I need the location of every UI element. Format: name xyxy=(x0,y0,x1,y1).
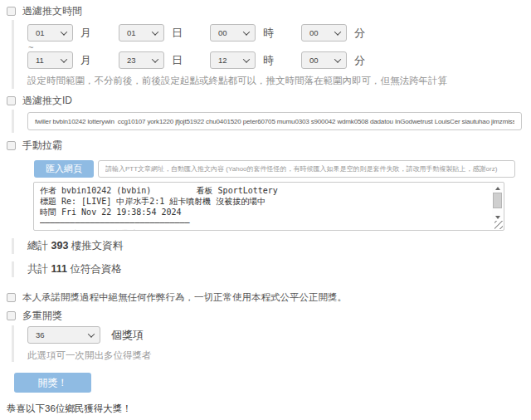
chevron-down-icon xyxy=(61,28,67,35)
manual-slot-row: 手動拉霸 xyxy=(7,139,531,153)
chevron-down-icon xyxy=(152,56,158,62)
month-unit-label: 月 xyxy=(80,26,91,41)
month-unit-label: 月 xyxy=(80,53,91,68)
prize-count-select[interactable]: 36 xyxy=(27,326,100,344)
to-minute-value: 00 xyxy=(309,56,319,65)
result-heading: 恭喜以下36位鄉民獲得大獎！ xyxy=(7,403,531,415)
range-separator: ~ xyxy=(28,43,531,51)
pledge-label: 本人承諾開獎過程中絕無任何作弊行為，一切正常使用本程式公平公正開獎。 xyxy=(22,291,347,304)
time-filter-row: 過濾推文時間 xyxy=(7,4,531,18)
chevron-down-icon xyxy=(334,56,341,62)
post-clipped-line: ※ 發信站: 批踢踢實業坊(ptt.cc) xyxy=(40,228,487,231)
post-header-author: 作者 bvbin10242 (bvbin) 看板 SportLottery xyxy=(40,185,487,196)
day-unit-label: 日 xyxy=(172,26,183,41)
qualified-stat: 共計 111 位符合資格 xyxy=(12,261,531,277)
chevron-down-icon xyxy=(243,56,250,62)
chevron-down-icon xyxy=(334,28,341,35)
scroll-up-icon[interactable] xyxy=(495,187,500,190)
prize-unit-label: 個獎項 xyxy=(111,328,144,343)
from-day-value: 01 xyxy=(127,28,136,37)
to-hour-value: 12 xyxy=(218,56,227,65)
from-minute-select[interactable]: 00 xyxy=(301,24,347,42)
id-filter-row: 過濾推文ID xyxy=(7,94,531,108)
time-to-row: 11 月 23 日 12 時 00 分 xyxy=(27,51,531,69)
multi-draw-note: 此選項可一次開出多位得獎者 xyxy=(27,349,531,362)
id-filter-checkbox[interactable] xyxy=(7,96,16,105)
to-day-value: 23 xyxy=(127,56,136,65)
import-row: 匯入網頁 xyxy=(34,160,531,178)
post-header-time: 時間 Fri Nov 22 19:38:54 2024 xyxy=(40,207,487,217)
from-month-value: 01 xyxy=(36,28,45,37)
qualified-suffix: 位符合資格 xyxy=(70,263,122,275)
hour-unit-label: 時 xyxy=(263,26,274,41)
total-suffix: 樓推文資料 xyxy=(71,240,124,252)
prize-count-row: 36 個獎項 xyxy=(27,326,531,344)
time-filter-note: 設定時間範圍，不分前後，前後設定起點或終點都可以，推文時間落在範圍內即可，但無法… xyxy=(27,75,531,87)
import-button[interactable]: 匯入網頁 xyxy=(34,160,94,178)
chevron-down-icon xyxy=(152,28,158,35)
to-month-select[interactable]: 11 xyxy=(27,51,73,69)
manual-slot-checkbox[interactable] xyxy=(7,141,16,150)
chevron-down-icon xyxy=(88,330,95,337)
chevron-down-icon xyxy=(61,56,67,62)
qualified-count: 111 xyxy=(51,263,66,275)
prize-count-value: 36 xyxy=(36,330,45,339)
post-separator: ────────────────────────────── xyxy=(40,217,487,228)
time-filter-group: 01 月 01 日 00 時 00 分 ~ xyxy=(12,20,531,89)
time-from-row: 01 月 01 日 00 時 00 分 xyxy=(27,24,531,42)
total-count: 393 xyxy=(51,240,68,252)
to-hour-select[interactable]: 12 xyxy=(210,51,256,69)
total-stat: 總計 393 樓推文資料 xyxy=(12,238,531,254)
time-filter-label: 過濾推文時間 xyxy=(22,4,82,18)
id-filter-group xyxy=(12,110,531,133)
from-month-select[interactable]: 01 xyxy=(27,24,73,42)
from-day-select[interactable]: 01 xyxy=(119,24,164,42)
post-content-textarea[interactable]: 作者 bvbin10242 (bvbin) 看板 SportLottery 標題… xyxy=(33,182,504,231)
minute-unit-label: 分 xyxy=(354,53,365,68)
time-filter-checkbox[interactable] xyxy=(7,7,16,16)
from-hour-select[interactable]: 00 xyxy=(210,24,256,42)
chevron-down-icon xyxy=(243,28,250,35)
id-filter-label: 過濾推文ID xyxy=(22,94,72,108)
textarea-scrollbar[interactable] xyxy=(492,183,503,219)
multi-draw-label: 多重開獎 xyxy=(22,309,62,323)
url-input[interactable] xyxy=(98,160,515,178)
minute-unit-label: 分 xyxy=(354,26,365,41)
from-minute-value: 00 xyxy=(309,28,319,37)
id-filter-input[interactable] xyxy=(27,112,522,130)
manual-slot-label: 手動拉霸 xyxy=(22,139,62,153)
pledge-row: 本人承諾開獎過程中絕無任何作弊行為，一切正常使用本程式公平公正開獎。 xyxy=(7,291,531,304)
multi-draw-row: 多重開獎 xyxy=(7,309,531,323)
multi-draw-checkbox[interactable] xyxy=(7,311,16,320)
post-content: 作者 bvbin10242 (bvbin) 看板 SportLottery 標題… xyxy=(34,183,504,231)
multi-draw-group: 36 個獎項 此選項可一次開出多位得獎者 xyxy=(12,325,531,362)
to-day-select[interactable]: 23 xyxy=(119,51,164,69)
draw-button[interactable]: 開獎！ xyxy=(14,373,91,393)
to-minute-select[interactable]: 00 xyxy=(301,51,347,69)
post-header-title: 標題 Re: [LIVE] 中岸水手2:1 紐卡噴射機 沒被拔的場中 xyxy=(40,196,487,207)
from-hour-value: 00 xyxy=(218,28,227,37)
pledge-checkbox[interactable] xyxy=(7,293,16,302)
to-month-value: 11 xyxy=(36,56,44,65)
scroll-down-icon[interactable] xyxy=(495,216,500,219)
resize-grip-icon[interactable] xyxy=(494,221,503,229)
hour-unit-label: 時 xyxy=(263,53,274,68)
scrollbar-thumb[interactable] xyxy=(493,193,502,208)
day-unit-label: 日 xyxy=(172,53,183,68)
